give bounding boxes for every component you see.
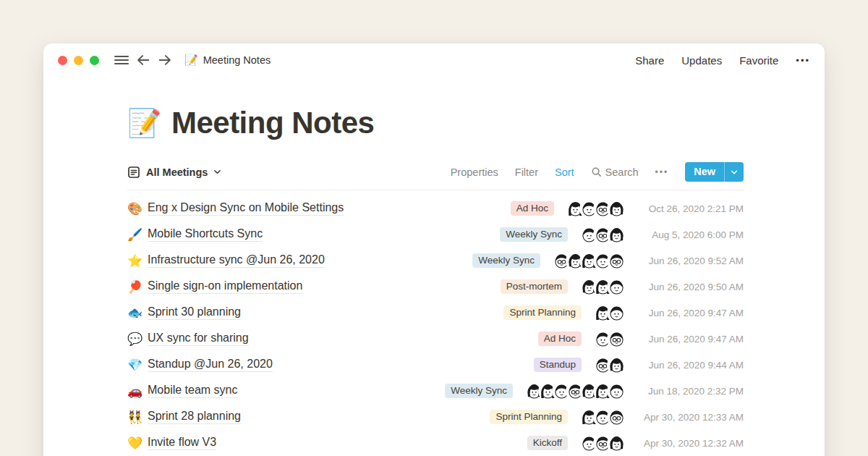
attendee-avatars	[595, 305, 625, 321]
traffic-lights	[58, 56, 99, 65]
table-row[interactable]: ⭐ Infrastructure sync @Jun 26, 2020 Week…	[127, 248, 744, 274]
meeting-title-link[interactable]: Invite flow V3	[148, 436, 216, 450]
meeting-title-link[interactable]: Sprint 30 planning	[148, 305, 241, 320]
created-timestamp: Oct 26, 2020 2:21 PM	[635, 203, 744, 214]
meeting-title-link[interactable]: Mobile Shortcuts Sync	[148, 227, 263, 242]
page-emoji-icon[interactable]: 📝	[127, 107, 161, 139]
meeting-title-link[interactable]: UX sync for sharing	[148, 332, 249, 346]
created-timestamp: Apr 30, 2020 12:33 AM	[635, 412, 744, 423]
row-emoji-icon: 🏓	[127, 279, 148, 295]
table-row[interactable]: 💛 Invite flow V3 Kickoff Apr 30, 2020 12…	[127, 430, 744, 456]
list-view-icon	[127, 166, 140, 179]
new-button-chevron-icon[interactable]	[725, 162, 744, 182]
share-button[interactable]: Share	[635, 54, 664, 67]
meeting-type-tag: Standup	[534, 358, 582, 372]
row-emoji-icon: 🎨	[127, 201, 148, 216]
row-emoji-icon: 💎	[127, 358, 148, 373]
page-title: 📝 Meeting Notes	[127, 106, 744, 140]
row-emoji-icon: 🖌️	[127, 227, 148, 242]
sort-button[interactable]: Sort	[555, 166, 574, 178]
meeting-type-tag: Weekly Sync	[500, 227, 568, 242]
row-meta: Weekly Sync Jun 26, 2020 9:52 AM	[472, 253, 744, 269]
table-row[interactable]: 💬 UX sync for sharing Ad Hoc Jun 26, 202…	[127, 326, 744, 352]
created-timestamp: Jun 26, 2020 9:44 AM	[635, 360, 744, 371]
properties-button[interactable]: Properties	[451, 166, 498, 178]
attendee-avatars	[595, 331, 625, 347]
back-arrow-icon[interactable]	[134, 51, 153, 69]
created-timestamp: Jun 26, 2020 9:47 AM	[635, 334, 744, 345]
meeting-type-tag: Weekly Sync	[445, 384, 513, 398]
meeting-type-tag: Kickoff	[527, 436, 568, 450]
avatar	[608, 227, 625, 243]
attendee-avatars	[581, 435, 625, 452]
view-switcher[interactable]: All Meetings	[127, 166, 221, 179]
window-titlebar: 📝 Meeting Notes Share Updates Favorite •…	[43, 43, 825, 77]
meeting-title-link[interactable]: Eng x Design Sync on Mobile Settings	[148, 201, 344, 216]
row-meta: Standup Jun 26, 2020 9:44 AM	[534, 357, 744, 373]
avatar	[608, 409, 625, 426]
meeting-type-tag: Ad Hoc	[511, 201, 554, 216]
more-options-icon[interactable]: •••	[796, 55, 810, 66]
row-meta: Sprint Planning Jun 26, 2020 9:47 AM	[503, 305, 744, 321]
updates-button[interactable]: Updates	[681, 54, 722, 67]
favorite-button[interactable]: Favorite	[739, 54, 778, 67]
minimize-window-button[interactable]	[74, 56, 83, 65]
table-row[interactable]: 👯 Sprint 28 planning Sprint Planning Apr…	[127, 404, 744, 430]
search-icon	[591, 166, 602, 177]
avatar	[608, 357, 625, 373]
meeting-title-link[interactable]: Mobile team sync	[148, 384, 238, 398]
row-emoji-icon: 🐟	[127, 305, 148, 321]
meeting-type-tag: Ad Hoc	[538, 332, 582, 346]
created-timestamp: Apr 30, 2020 12:32 AM	[635, 438, 744, 449]
attendee-avatars	[526, 383, 625, 400]
forward-arrow-icon[interactable]	[156, 51, 174, 69]
hamburger-menu-icon[interactable]	[112, 51, 131, 69]
app-window: 📝 Meeting Notes Share Updates Favorite •…	[43, 43, 825, 456]
created-timestamp: Jun 26, 2020 9:50 AM	[635, 282, 744, 292]
new-button-label[interactable]: New	[685, 162, 724, 182]
created-timestamp: Jun 26, 2020 9:47 AM	[635, 308, 744, 318]
table-row[interactable]: 🖌️ Mobile Shortcuts Sync Weekly Sync Aug…	[127, 221, 744, 248]
view-name-label: All Meetings	[146, 166, 208, 178]
row-emoji-icon: 💬	[127, 332, 148, 347]
toolbar-more-icon[interactable]: •••	[655, 167, 669, 177]
page-content: 📝 Meeting Notes All Meetings Properties …	[43, 106, 825, 456]
meetings-list: 🎨 Eng x Design Sync on Mobile Settings A…	[127, 195, 744, 456]
table-row[interactable]: 🚗 Mobile team sync Weekly Sync Jun 18, 2…	[127, 378, 744, 404]
meeting-title-link[interactable]: Sprint 28 planning	[148, 410, 241, 424]
avatar	[608, 305, 625, 321]
search-button[interactable]: Search	[591, 166, 639, 178]
row-emoji-icon: 🚗	[127, 384, 148, 399]
document-emoji-icon: 📝	[184, 54, 198, 67]
filter-button[interactable]: Filter	[515, 166, 538, 178]
breadcrumb-document-title[interactable]: Meeting Notes	[203, 54, 271, 66]
avatar	[608, 253, 625, 269]
avatar	[608, 383, 625, 400]
attendee-avatars	[567, 200, 625, 217]
row-meta: Sprint Planning Apr 30, 2020 12:33 AM	[490, 409, 744, 426]
avatar	[608, 331, 625, 347]
table-row[interactable]: 🐟 Sprint 30 planning Sprint Planning Jun…	[127, 300, 744, 326]
page-title-text[interactable]: Meeting Notes	[171, 106, 375, 140]
row-emoji-icon: 👯	[127, 410, 148, 425]
new-button[interactable]: New	[685, 162, 744, 182]
meeting-type-tag: Sprint Planning	[503, 305, 582, 320]
chevron-down-icon	[213, 168, 221, 176]
meeting-title-link[interactable]: Single sign-on implementation	[148, 279, 302, 294]
avatar	[608, 279, 625, 295]
created-timestamp: Aug 5, 2020 6:00 PM	[635, 229, 744, 240]
table-row[interactable]: 💎 Standup @Jun 26, 2020 Standup Jun 26, …	[127, 352, 744, 378]
attendee-avatars	[595, 357, 625, 373]
row-meta: Ad Hoc Oct 26, 2020 2:21 PM	[511, 200, 744, 217]
zoom-window-button[interactable]	[90, 56, 99, 65]
meeting-type-tag: Weekly Sync	[472, 253, 540, 268]
meeting-title-link[interactable]: Infrastructure sync @Jun 26, 2020	[148, 253, 325, 268]
table-row[interactable]: 🎨 Eng x Design Sync on Mobile Settings A…	[127, 195, 744, 221]
row-meta: Ad Hoc Jun 26, 2020 9:47 AM	[538, 331, 744, 347]
avatar	[608, 200, 625, 217]
search-label: Search	[605, 166, 639, 178]
row-emoji-icon: ⭐	[127, 253, 148, 269]
table-row[interactable]: 🏓 Single sign-on implementation Post-mor…	[127, 274, 744, 300]
meeting-title-link[interactable]: Standup @Jun 26, 2020	[148, 358, 273, 372]
close-window-button[interactable]	[58, 56, 67, 65]
